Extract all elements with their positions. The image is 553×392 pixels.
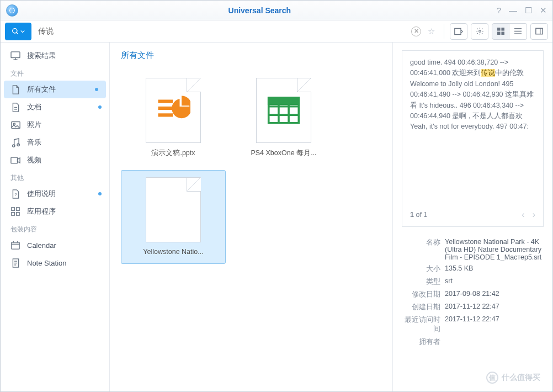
pager-prev-button[interactable]: ‹ — [522, 210, 524, 220]
sidebar-item-label: 所有文件 — [27, 84, 56, 94]
meta-label-name: 名称 — [402, 238, 445, 261]
file-label: PS4 XboxOne 每月... — [251, 149, 316, 158]
grid-icon — [497, 28, 504, 35]
svg-rect-7 — [501, 31, 504, 35]
svg-rect-13 — [11, 52, 20, 58]
svg-point-0 — [13, 28, 17, 33]
list-view-button[interactable] — [509, 23, 527, 40]
indicator-dot — [98, 192, 102, 195]
sidebar-item-label: 文档 — [27, 102, 41, 112]
document-icon — [10, 102, 20, 112]
sidebar-item-music[interactable]: 音乐 — [1, 134, 109, 151]
settings-button[interactable] — [471, 23, 488, 40]
svg-rect-11 — [536, 28, 543, 34]
svg-point-3 — [478, 30, 481, 33]
note-icon — [10, 258, 20, 268]
sidebar-item-notestation[interactable]: Note Station — [1, 254, 109, 272]
sidebar-item-help[interactable]: ? 使用说明 — [1, 185, 109, 203]
svg-rect-36 — [158, 107, 173, 110]
file-thumb-xlsx — [256, 78, 311, 143]
close-button[interactable]: ✕ — [540, 6, 547, 15]
meta-label-created: 创建日期 — [402, 303, 445, 312]
meta-label-size: 大小 — [402, 264, 445, 274]
search-button[interactable] — [5, 23, 31, 40]
svg-rect-24 — [12, 208, 14, 210]
meta-label-owner: 拥有者 — [402, 337, 445, 347]
view-mode-group — [492, 23, 527, 40]
sidebar-item-calendar[interactable]: Calendar — [1, 236, 109, 254]
search-input[interactable] — [35, 23, 408, 40]
meta-value-created: 2017-11-12 22:47 — [445, 303, 544, 312]
sidebar-item-apps[interactable]: 应用程序 — [1, 203, 109, 220]
watermark: 值 什么值得买 — [486, 372, 540, 384]
sidebar-item-all-files[interactable]: 所有文件 — [4, 81, 106, 98]
sidebar-item-label: Note Station — [27, 259, 67, 267]
body: 搜索结果 文件 所有文件 文档 照片 音乐 — [1, 43, 552, 391]
search-icon — [12, 28, 19, 35]
svg-rect-27 — [17, 213, 19, 215]
sidebar-item-photos[interactable]: 照片 — [1, 116, 109, 134]
preview-box: good time. 494 00:46:38,720 --> 00:46:41… — [402, 50, 544, 227]
meta-value-modified: 2017-09-08 21:42 — [445, 290, 544, 299]
file-area: 所有文件 — [110, 43, 392, 391]
indicator-dot — [98, 105, 102, 109]
file-thumb-pptx — [146, 78, 201, 143]
area-heading: 所有文件 — [121, 50, 381, 61]
preview-text-post: 中的伦敦 Welcome to Jolly old London! 495 00… — [410, 69, 534, 130]
file-metadata: 名称Yellowstone National Park - 4K (Ultra … — [402, 238, 544, 350]
sidebar: 搜索结果 文件 所有文件 文档 照片 音乐 — [1, 43, 110, 391]
expand-icon — [454, 28, 463, 35]
file-label: 演示文稿.pptx — [151, 149, 195, 158]
svg-rect-4 — [497, 28, 501, 31]
grid-view-button[interactable] — [492, 23, 509, 40]
calendar-icon — [10, 240, 20, 250]
help-button[interactable]: ? — [497, 6, 501, 15]
pptx-icon — [156, 94, 190, 126]
titlebar: Universal Search ? — ☐ ✕ — [1, 1, 552, 20]
pager-total: of 1 — [414, 211, 427, 219]
divider — [444, 24, 444, 39]
minimize-button[interactable]: — — [509, 6, 517, 15]
svg-rect-43 — [269, 98, 299, 104]
svg-line-1 — [17, 32, 18, 34]
app-window: Universal Search ? — ☐ ✕ ✕ ☆ — [0, 0, 553, 392]
sidebar-item-results[interactable]: 搜索结果 — [1, 47, 109, 65]
sidebar-section-other: 其他 — [1, 169, 109, 185]
file-item[interactable]: PS4 XboxOne 每月... — [231, 71, 336, 165]
monitor-icon — [10, 51, 20, 61]
svg-rect-6 — [497, 31, 501, 35]
svg-rect-22 — [11, 157, 18, 163]
svg-rect-26 — [12, 213, 14, 215]
preview-text: good time. 494 00:46:38,720 --> 00:46:41… — [410, 57, 535, 205]
gear-icon — [476, 27, 484, 35]
maximize-button[interactable]: ☐ — [525, 6, 532, 15]
clear-search-button[interactable]: ✕ — [411, 27, 421, 36]
dropdown-icon — [20, 29, 25, 34]
xlsx-icon — [267, 96, 300, 125]
file-item[interactable]: Yellowstone Natio... — [121, 170, 226, 264]
watermark-text: 什么值得买 — [502, 373, 540, 383]
svg-rect-37 — [158, 113, 173, 116]
meta-value-size: 135.5 KB — [445, 264, 544, 274]
expand-button[interactable] — [450, 23, 467, 40]
app-icon — [6, 4, 18, 17]
svg-rect-25 — [17, 208, 19, 210]
toggle-preview-button[interactable] — [530, 23, 548, 40]
meta-label-accessed: 最近访问时间 — [402, 315, 445, 334]
sidebar-item-label: 视频 — [27, 155, 41, 165]
pager-next-button[interactable]: › — [533, 210, 535, 220]
list-icon — [514, 28, 522, 35]
sidebar-item-label: 应用程序 — [27, 206, 56, 216]
help-icon: ? — [10, 189, 20, 199]
sidebar-item-documents[interactable]: 文档 — [1, 98, 109, 116]
sidebar-item-label: 照片 — [27, 120, 41, 130]
favorite-button[interactable]: ☆ — [424, 27, 438, 36]
pager-status: 1 of 1 — [410, 211, 427, 219]
file-grid: 演示文稿.pptx — [121, 71, 381, 264]
svg-point-20 — [12, 144, 14, 146]
sidebar-item-label: 搜索结果 — [27, 51, 56, 61]
meta-value-type: srt — [445, 277, 544, 287]
meta-value-owner — [445, 337, 544, 347]
sidebar-item-videos[interactable]: 视频 — [1, 151, 109, 169]
file-item[interactable]: 演示文稿.pptx — [121, 71, 226, 165]
